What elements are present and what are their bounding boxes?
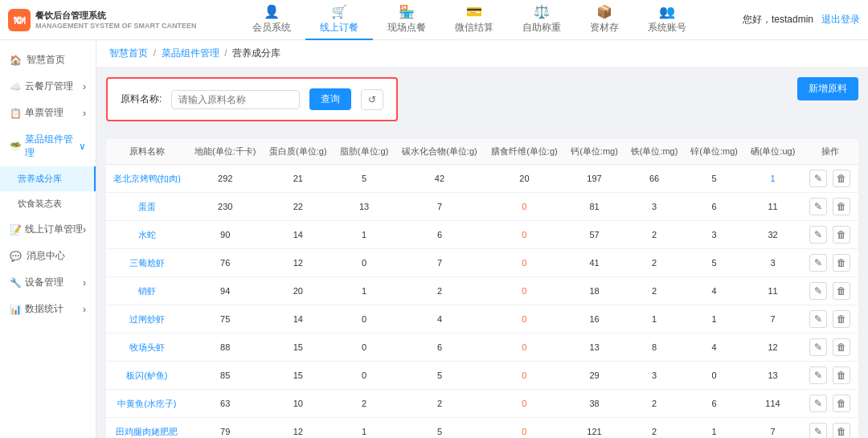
delete-button[interactable]: 🗑 <box>833 423 850 438</box>
nav-system[interactable]: 👥 系统账号 <box>633 0 701 40</box>
edit-button[interactable]: ✎ <box>809 282 827 300</box>
cell-name[interactable]: 中黄鱼(水疙子) <box>106 390 188 418</box>
collapse-icon-stats: › <box>83 304 86 315</box>
cloud-icon: ☁️ <box>10 81 22 92</box>
delete-button[interactable]: 🗑 <box>833 198 850 215</box>
nav-billing[interactable]: 💳 微信结算 <box>440 0 508 40</box>
search-button[interactable]: 查询 <box>309 88 351 110</box>
cell-name[interactable]: 过闸炒虾 <box>106 305 188 334</box>
add-ingredient-button[interactable]: 新增原料 <box>797 77 858 100</box>
delete-button[interactable]: 🗑 <box>833 310 850 328</box>
nav-online-order[interactable]: 🛒 线上订餐 <box>305 0 373 40</box>
breadcrumb-home[interactable]: 智慧首页 <box>109 47 148 59</box>
edit-button[interactable]: ✎ <box>809 423 827 438</box>
system-icon: 👥 <box>659 4 675 19</box>
nav-self-service[interactable]: ⚖️ 自助称重 <box>508 0 575 40</box>
edit-button[interactable]: ✎ <box>809 226 827 244</box>
sidebar-item-goods[interactable]: 🥗 菜品组件管理 ∨ <box>0 126 96 166</box>
edit-button[interactable]: ✎ <box>809 395 827 412</box>
sidebar-item-device[interactable]: 🔧 设备管理 › <box>0 269 96 296</box>
cell-protein: 15 <box>263 362 334 390</box>
cell-actions: ✎ 🗑 <box>801 334 858 362</box>
table-row: 板闪(鲈鱼) 85 15 0 5 0 29 3 0 13 ✎ 🗑 <box>106 362 858 390</box>
cell-zinc: 0 <box>684 362 744 390</box>
col-fat: 脂肪(单位:g) <box>334 139 395 165</box>
cell-iron: 2 <box>624 277 685 305</box>
sidebar-item-cloud[interactable]: ☁️ 云餐厅管理 › <box>0 73 96 100</box>
cell-selenium: 7 <box>744 418 801 439</box>
cell-energy: 90 <box>188 221 263 249</box>
cell-protein: 22 <box>263 193 334 221</box>
greeting-text: 您好，testadmin <box>743 13 813 27</box>
nav-site-order[interactable]: 🏪 现场点餐 <box>373 0 440 40</box>
edit-button[interactable]: ✎ <box>809 338 827 356</box>
edit-button[interactable]: ✎ <box>809 366 827 384</box>
logout-button[interactable]: 退出登录 <box>821 13 860 27</box>
delete-button[interactable]: 🗑 <box>833 254 850 272</box>
sidebar-item-online-order[interactable]: 📝 线上订单管理 › <box>0 216 96 243</box>
cell-iron: 2 <box>624 221 685 249</box>
cell-name[interactable]: 三葡尬虾 <box>106 249 188 277</box>
cell-carb: 7 <box>395 193 484 221</box>
search-input[interactable] <box>171 90 300 109</box>
cell-carb: 6 <box>395 334 484 362</box>
table-row: 过闸炒虾 75 14 0 4 0 16 1 1 7 ✎ 🗑 <box>106 305 858 334</box>
cell-name[interactable]: 老北京烤鸭(扣肉) <box>106 165 188 193</box>
nav-storage[interactable]: 📦 资材存 <box>575 0 633 40</box>
delete-button[interactable]: 🗑 <box>833 282 850 300</box>
sidebar-item-message[interactable]: 💬 消息中心 <box>0 243 96 269</box>
logo-icon: 🍽 <box>8 9 31 31</box>
table-row: 老北京烤鸭(扣肉) 292 21 5 42 20 197 66 5 1 ✎ 🗑 <box>106 165 858 193</box>
nav-user-area: 您好，testadmin 退出登录 <box>743 13 860 27</box>
cell-name[interactable]: 牧场头虾 <box>106 334 188 362</box>
cell-name[interactable]: 田鸡腿肉姥肥肥 <box>106 418 188 439</box>
edit-button[interactable]: ✎ <box>809 198 827 215</box>
cell-calcium: 121 <box>564 418 624 439</box>
cell-iron: 66 <box>624 165 685 193</box>
cell-actions: ✎ 🗑 <box>801 221 858 249</box>
cell-selenium: 13 <box>744 362 801 390</box>
search-bar: 原料名称: 查询 ↺ <box>106 77 398 121</box>
nav-member[interactable]: 👤 会员系统 <box>238 0 305 40</box>
delete-button[interactable]: 🗑 <box>833 338 850 356</box>
edit-button[interactable]: ✎ <box>809 310 827 328</box>
cell-name[interactable]: 销虾 <box>106 277 188 305</box>
cell-name[interactable]: 水蛇 <box>106 221 188 249</box>
device-icon: 🔧 <box>10 277 22 289</box>
sidebar-item-stats[interactable]: 📊 数据统计 › <box>0 296 96 322</box>
sidebar: 🏠 智慧首页 ☁️ 云餐厅管理 › 📋 单票管理 › 🥗 菜品组件管理 ∨ <box>0 40 96 438</box>
sidebar-item-food-info[interactable]: 饮食装态表 <box>0 191 96 216</box>
delete-button[interactable]: 🗑 <box>833 170 850 187</box>
table-row: 水蛇 90 14 1 6 0 57 2 3 32 ✎ 🗑 <box>106 221 858 249</box>
delete-button[interactable]: 🗑 <box>833 226 850 244</box>
cell-actions: ✎ 🗑 <box>801 362 858 390</box>
edit-button[interactable]: ✎ <box>809 254 827 272</box>
col-actions: 操作 <box>801 139 858 165</box>
collapse-icon: › <box>83 81 86 92</box>
delete-button[interactable]: 🗑 <box>833 366 850 384</box>
cell-selenium: 32 <box>744 221 801 249</box>
cell-calcium: 57 <box>564 221 624 249</box>
sidebar-item-home[interactable]: 🏠 智慧首页 <box>0 47 96 73</box>
sidebar-item-nutrition[interactable]: 营养成分库 <box>0 166 96 191</box>
cell-zinc: 3 <box>684 221 744 249</box>
collapse-icon-order: › <box>83 108 86 119</box>
top-navigation: 🍽 餐饮后台管理系统 MANAGEMENT SYSTEM OF SMART CA… <box>0 0 868 40</box>
cell-name[interactable]: 蛋蛋 <box>106 193 188 221</box>
table-row: 三葡尬虾 76 12 0 7 0 41 2 5 3 ✎ 🗑 <box>106 249 858 277</box>
cell-protein: 20 <box>263 277 334 305</box>
breadcrumb-goods[interactable]: 菜品组件管理 <box>162 47 219 59</box>
app-logo: 🍽 餐饮后台管理系统 MANAGEMENT SYSTEM OF SMART CA… <box>8 9 197 31</box>
cell-calcium: 38 <box>564 390 624 418</box>
cell-energy: 88 <box>188 334 263 362</box>
cell-name[interactable]: 板闪(鲈鱼) <box>106 362 188 390</box>
col-selenium: 硒(单位:ug) <box>744 139 801 165</box>
page-content: 原料名称: 查询 ↺ 新增原料 原料名称 地能(单位:千卡) 蛋白质(单位:g) <box>96 68 868 438</box>
search-label: 原料名称: <box>121 92 162 106</box>
table-row: 销虾 94 20 1 2 0 18 2 4 11 ✎ 🗑 <box>106 277 858 305</box>
cell-selenium: 12 <box>744 334 801 362</box>
edit-button[interactable]: ✎ <box>809 170 827 187</box>
delete-button[interactable]: 🗑 <box>833 395 850 412</box>
reset-button[interactable]: ↺ <box>361 89 383 110</box>
sidebar-item-order[interactable]: 📋 单票管理 › <box>0 100 96 126</box>
